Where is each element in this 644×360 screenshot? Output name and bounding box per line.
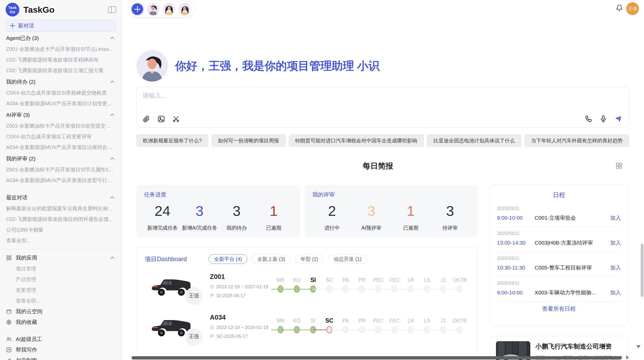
milestone-label: KO	[289, 276, 305, 284]
divider	[0, 331, 122, 331]
layout-grid-icon[interactable]	[616, 162, 623, 170]
tab-new-body[interactable]: 全新上装 (3)	[252, 254, 290, 264]
project-row-z001[interactable]: 王强 Z001 2023-12-19 ~ 2027-01-19 SI-2025-…	[137, 266, 477, 305]
tab-model-year[interactable]: 年型 (2)	[295, 254, 324, 264]
schedule-entry: 2025/03/11 9:00-10:00 X003-车辆动力学性能验... 加…	[497, 277, 621, 302]
dashboard-title: 项目Dashboard	[145, 255, 187, 263]
scissors-icon[interactable]	[172, 115, 180, 123]
clock-icon	[210, 284, 214, 289]
scroll-down-arrow[interactable]	[636, 345, 640, 348]
stat-value: 3	[430, 203, 470, 219]
section-my-apps[interactable]: 我的应用	[6, 252, 116, 263]
horizontal-scrollbar[interactable]	[131, 356, 622, 359]
image-icon[interactable]	[157, 115, 165, 123]
taskgo-logo: Task Go	[6, 3, 19, 17]
suggestion-chip[interactable]: 当下年轻人对汽车外观有怎样的喜好趋势	[524, 134, 629, 147]
milestone: PR	[354, 317, 370, 336]
sidebar-item-creative-drawing[interactable]: 创意制图	[6, 355, 116, 360]
suggestion-chip[interactable]: 特朗普可能对进口汽车增税会对中国车企造成哪些影响	[289, 134, 424, 147]
list-item[interactable]: A034-全新新能源MUV产品开发项目造型可行性评审	[6, 175, 116, 186]
schedule-time: 10:30-11:30	[497, 265, 535, 271]
sidebar-item-change-mgmt[interactable]: 变更管理	[6, 285, 116, 295]
join-meeting-link[interactable]: 加入	[610, 214, 621, 221]
section-label: AI评审 (3)	[6, 111, 30, 118]
section-my-todo[interactable]: 我的待办 (2)	[6, 76, 116, 87]
list-item[interactable]: C02-飞腾新能源轻客改款项目里程碑画布	[6, 54, 116, 65]
milestone-label: J1	[435, 276, 451, 284]
phone-icon[interactable]	[585, 115, 592, 123]
agent-avatar-1[interactable]	[147, 3, 159, 15]
join-meeting-link[interactable]: 加入	[610, 264, 621, 271]
list-item[interactable]: 解释最新出台的欧盟报废车法规再生塑料比例被调至15%...	[6, 203, 116, 214]
milestone-track: MR KO SI SC PA PR PEC FEC LR LS J1 OKTB	[272, 317, 468, 336]
chevron-up-icon	[110, 196, 114, 200]
list-item[interactable]: C02-飞腾新能源轻客改款项目的闭环通告反馈情况	[6, 214, 116, 224]
agent-avatar-2[interactable]	[163, 3, 175, 15]
list-item[interactable]: Z001-全新燃油轻卡产品开发项目SI节点属性5D文件评审	[6, 164, 116, 175]
view-all-apps-link[interactable]: 查看全部...	[6, 295, 116, 306]
scroll-right-arrow[interactable]	[626, 356, 629, 359]
schedule-event-title: C005-整车工程目标评审	[535, 264, 606, 271]
collapse-sidebar-icon[interactable]	[108, 6, 116, 13]
clock-icon	[210, 325, 214, 330]
chat-input[interactable]	[143, 92, 621, 108]
suggestion-chip[interactable]: 如何写一份清晰的项目周报	[211, 134, 286, 147]
section-my-review[interactable]: 我的评审 (2)	[6, 153, 116, 164]
add-agent-button[interactable]	[131, 3, 143, 15]
milestone: FEC	[386, 317, 403, 336]
section-recent-chats[interactable]: 最近对话	[6, 192, 116, 203]
join-meeting-link[interactable]: 加入	[610, 239, 621, 246]
assistant-avatar	[136, 50, 168, 82]
view-all-chats-link[interactable]: 查看全部...	[6, 235, 116, 246]
view-all-schedule-link[interactable]: 查看所有日程	[497, 302, 621, 316]
list-item[interactable]: C02-飞腾新能源轻客改款项目立项汇报方案	[6, 65, 116, 76]
list-item[interactable]: Z001-全新燃油轻卡产品开发项目SI造型提交物评审	[6, 121, 116, 131]
list-item[interactable]: C0X4-动力总成开发项目SI里程碑提交物检查	[6, 87, 116, 98]
attach-icon[interactable]	[143, 115, 150, 123]
join-meeting-link[interactable]: 加入	[610, 289, 621, 296]
sidebar-item-help-write[interactable]: 帮我写作	[6, 344, 116, 355]
microphone-icon[interactable]	[599, 115, 607, 123]
suggestion-chip[interactable]: 比亚迪全固态电池计划具体说了什么	[427, 134, 521, 147]
stat-ai-prereview: 3AI预评审	[352, 203, 391, 231]
my-apps-row: 我的应用	[6, 254, 37, 261]
sidebar-item-cloud-space[interactable]: 我的云空间	[6, 306, 116, 317]
sidebar-item-ai-super-staff[interactable]: AI超级员工	[6, 334, 116, 344]
chevron-up-icon	[110, 157, 114, 161]
section-label: 我的待办 (2)	[6, 78, 36, 85]
milestone-label: MR	[272, 276, 289, 284]
milestone: MR	[272, 276, 289, 295]
project-row-a034[interactable]: 王强 A034 2023-12-19 ~ 2026-01-19 SC-2025-…	[137, 307, 477, 345]
agent-avatar-3[interactable]	[179, 3, 191, 15]
list-item[interactable]: 公司Q3轻卡销量	[6, 224, 116, 235]
send-icon[interactable]	[614, 115, 622, 123]
sidebar-item-project-mgmt[interactable]: 项目管理	[6, 263, 116, 274]
list-item[interactable]: C0X4-动力总成开发项目工程变更评审	[6, 131, 116, 142]
section-ai-review[interactable]: AI评审 (3)	[6, 109, 116, 121]
stat-value: 1	[255, 203, 292, 219]
notification-bell-icon[interactable]	[616, 4, 623, 13]
new-chat-button[interactable]: 新对话	[6, 20, 116, 32]
schedule-date: 2025/03/11	[497, 206, 621, 211]
schedule-date: 2025/03/11	[497, 256, 621, 261]
milestone: KO	[289, 317, 305, 336]
sidebar-item-favorites[interactable]: 我的收藏	[6, 317, 116, 327]
project-owner-badge: 王强	[185, 287, 202, 304]
milestone: FEC	[386, 276, 403, 295]
list-item[interactable]: Z001-全新燃油皮卡产品开发项目SI节点Lesson Learn报告	[6, 44, 116, 54]
sidebar-item-product-mgmt[interactable]: 产品管理	[6, 274, 116, 285]
greeting-text: 你好，王强，我是你的项目管理助理 小识	[175, 58, 379, 73]
section-agent-done[interactable]: Agent已办 (3)	[6, 33, 116, 44]
milestone-label: SC	[321, 276, 338, 284]
vertical-scrollbar[interactable]	[641, 244, 643, 297]
milestone-label: PA	[338, 276, 354, 284]
flag-text: SC-2025-05-17	[216, 334, 248, 339]
list-item[interactable]: A034-全新新能源MUV产品开发项目计划变更表编写	[6, 98, 116, 109]
list-item[interactable]: A034-全新新能源MUV产品开发项目法规符合性评审	[6, 142, 116, 153]
schedule-date: 2025/03/11	[497, 281, 621, 286]
new-chat-label: 新对话	[18, 22, 34, 29]
suggestion-chip[interactable]: 欧洲新规最近颁布了什么?	[136, 134, 208, 147]
tab-powertrain[interactable]: 动总开发 (1)	[328, 254, 367, 264]
tab-new-platform[interactable]: 全新平台 (4)	[209, 254, 247, 264]
user-avatar[interactable]: 王强	[626, 2, 639, 15]
